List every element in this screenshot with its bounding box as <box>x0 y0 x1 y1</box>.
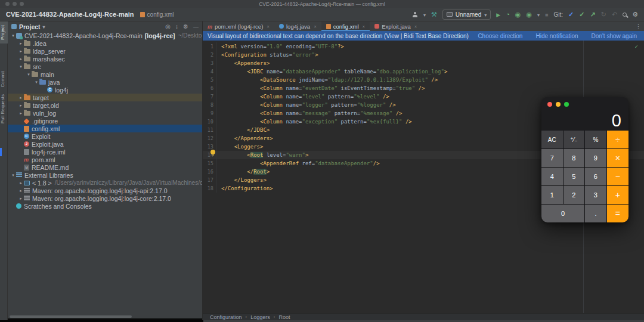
close-icon[interactable]: × <box>267 24 270 29</box>
close-icon[interactable]: × <box>414 24 417 29</box>
code-line-2[interactable]: 2<Configuration status="error"> <box>203 51 644 59</box>
tree-item-maven-org-apache-logging-log4j-log4j-api-2-17-0[interactable]: ▸Maven: org.apache.logging.log4j:log4j-a… <box>8 187 202 194</box>
breadcrumb-item-root[interactable]: Root <box>278 314 290 320</box>
code-line-5[interactable]: 5 <DataSource jndiName="ldap://127.0.0.1… <box>203 76 644 84</box>
chevron-collapsed-icon[interactable]: ▸ <box>18 57 24 61</box>
hide-panel-icon[interactable] <box>193 23 199 30</box>
digit-1[interactable]: 1 <box>541 186 563 204</box>
code-line-4[interactable]: 4 <JDBC name="databaseAppender" tableNam… <box>203 67 644 76</box>
chevron-expanded-icon[interactable]: ▾ <box>26 72 32 77</box>
ac-button[interactable]: AC <box>541 131 563 148</box>
chevron-expanded-icon[interactable]: ▾ <box>10 33 16 38</box>
code-line-6[interactable]: 6 <Column name="eventDate" isEventTimest… <box>203 84 644 92</box>
chevron-expanded-icon[interactable]: ▾ <box>10 173 16 178</box>
run-button[interactable] <box>496 11 500 18</box>
file-breadcrumb[interactable]: config.xml <box>140 11 174 18</box>
tree-item-idea[interactable]: ▸.idea <box>8 39 202 47</box>
tab-config-xml[interactable]: config.xml × <box>321 21 370 31</box>
hide-notification-link[interactable]: Hide notification <box>535 33 578 39</box>
digit-5[interactable]: 5 <box>564 168 585 185</box>
tree-item-log4j-rce-iml[interactable]: log4j-rce.iml <box>8 148 202 156</box>
sidebar-item-project[interactable]: Project <box>0 21 8 44</box>
choose-direction-link[interactable]: Choose direction <box>478 33 522 39</box>
digit-4[interactable]: 4 <box>541 168 563 185</box>
chevron-collapsed-icon[interactable]: ▸ <box>18 111 24 116</box>
debug-icon[interactable] <box>506 11 510 18</box>
panel-settings-icon[interactable] <box>183 23 188 30</box>
chevron-collapsed-icon[interactable]: ▸ <box>18 95 24 100</box>
code-line-1[interactable]: 1<?xml version="1.0" encoding="UTF-8"?> <box>203 42 644 51</box>
chevron-collapsed-icon[interactable]: ▸ <box>18 49 24 54</box>
code-line-3[interactable]: 3 <Appenders> <box>203 59 644 67</box>
tree-item-pom-xml[interactable]: mpom.xml <box>8 156 202 163</box>
multiply-button[interactable]: × <box>607 149 628 167</box>
calculator-window[interactable]: 0 AC⁺⁄₋%÷789×456−123+0.= <box>541 97 628 222</box>
decimal-button[interactable]: . <box>585 205 606 222</box>
sidebar-item-pull-requests[interactable]: Pull Requests <box>0 91 8 127</box>
tree-item-external-libraries[interactable]: ▾External Libraries <box>8 171 202 179</box>
intention-lightbulb-icon[interactable] <box>210 150 215 154</box>
chevron-collapsed-icon[interactable]: ▸ <box>18 196 24 201</box>
tree-item-config-xml[interactable]: config.xml <box>8 125 202 132</box>
tab-log4j-java[interactable]: log4j.java × <box>274 21 321 31</box>
calc-zoom-button[interactable] <box>564 102 569 107</box>
digit-9[interactable]: 9 <box>585 149 606 167</box>
tree-item-log4j[interactable]: Clog4j <box>8 86 202 94</box>
tree-item-1-8[interactable]: ▸< 1.8 >/Users/yarinvizniczy/Library/Jav… <box>8 179 202 187</box>
git-update-icon[interactable] <box>568 11 574 18</box>
collapse-all-icon[interactable] <box>175 23 178 30</box>
tree-item-vuln-log[interactable]: ▸vuln_log <box>8 109 202 117</box>
tree-item-target-old[interactable]: ▸target,old <box>8 101 202 109</box>
close-icon[interactable]: × <box>314 24 317 29</box>
plus-minus-button[interactable]: ⁺⁄₋ <box>564 131 585 148</box>
git-commit-icon[interactable] <box>579 11 584 18</box>
tree-item-java[interactable]: ▾java <box>8 78 202 86</box>
calc-minimize-button[interactable] <box>556 102 561 107</box>
tree-item-marshalsec[interactable]: ▸marshalsec <box>8 55 202 63</box>
tree-item-src[interactable]: ▾src <box>8 63 202 70</box>
digit-7[interactable]: 7 <box>541 149 563 167</box>
search-icon[interactable] <box>623 13 627 17</box>
equals-button[interactable]: = <box>607 205 628 222</box>
dont-show-again-link[interactable]: Don't show again <box>592 33 637 39</box>
chevron-collapsed-icon[interactable]: ▸ <box>18 188 24 193</box>
tab-exploit-java[interactable]: Exploit.java × <box>370 21 422 31</box>
project-panel-title[interactable]: Project <box>11 23 45 30</box>
tree-item-ldap-server[interactable]: ▸ldap_server <box>8 47 202 55</box>
horizontal-scrollbar[interactable] <box>10 315 132 318</box>
calc-close-button[interactable] <box>547 102 552 107</box>
sidebar-item-commit[interactable]: Commit <box>0 67 8 91</box>
tree-item-main[interactable]: ▾main <box>8 70 202 78</box>
digit-6[interactable]: 6 <box>585 168 606 185</box>
settings-gear-icon[interactable] <box>632 11 638 18</box>
tree-item-readme-md[interactable]: MREADME.md <box>8 163 202 171</box>
chevron-expanded-icon[interactable]: ▾ <box>33 80 39 85</box>
tree-item-target[interactable]: ▸target <box>8 94 202 101</box>
tree-item-maven-org-apache-logging-log4j-log4j-core-2-17-0[interactable]: ▸Maven: org.apache.logging.log4j:log4j-c… <box>8 194 202 202</box>
digit-3[interactable]: 3 <box>585 186 606 204</box>
build-hammer-icon[interactable] <box>431 11 437 18</box>
tab-options-icon[interactable] <box>635 23 642 30</box>
tree-item-scratches-and-consoles[interactable]: Scratches and Consoles <box>8 202 202 210</box>
project-breadcrumb[interactable]: CVE-2021-44832-Apache-Log4j-Rce-main <box>6 11 134 18</box>
close-icon[interactable]: × <box>363 24 366 29</box>
breadcrumb-item-configuration[interactable]: Configuration <box>210 314 242 320</box>
chevron-collapsed-icon[interactable]: ▸ <box>18 41 24 46</box>
digit-0[interactable]: 0 <box>541 205 584 222</box>
coverage-chevron-icon[interactable] <box>537 11 540 18</box>
chevron-expanded-icon[interactable]: ▾ <box>18 64 24 69</box>
user-account-icon[interactable] <box>413 12 418 17</box>
chevron-collapsed-icon[interactable]: ▸ <box>18 181 24 185</box>
tree-item-exploit[interactable]: CExploit <box>8 132 202 140</box>
run-config-selector[interactable]: Unnamed <box>442 10 491 20</box>
percent-button[interactable]: % <box>585 131 606 148</box>
breadcrumb-item-loggers[interactable]: Loggers <box>250 314 270 320</box>
tab-pom-xml[interactable]: pom.xml (log4j-rce) × <box>203 21 274 31</box>
user-chevron-down-icon[interactable] <box>423 11 426 18</box>
minus-button[interactable]: − <box>607 168 628 185</box>
digit-2[interactable]: 2 <box>564 186 585 204</box>
divide-button[interactable]: ÷ <box>607 131 628 148</box>
chevron-collapsed-icon[interactable]: ▸ <box>18 103 24 108</box>
git-push-icon[interactable] <box>590 11 595 18</box>
digit-8[interactable]: 8 <box>564 149 585 167</box>
